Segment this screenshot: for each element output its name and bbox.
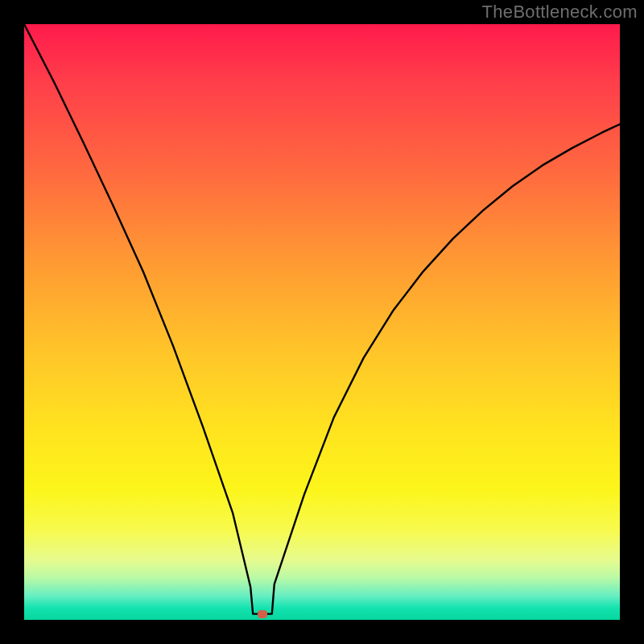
curve-path	[24, 24, 620, 614]
optimal-point-marker	[258, 610, 267, 618]
watermark-text: TheBottleneck.com	[482, 2, 638, 23]
chart-frame: TheBottleneck.com	[0, 0, 644, 644]
plot-area	[24, 24, 620, 620]
bottleneck-curve	[24, 24, 620, 620]
